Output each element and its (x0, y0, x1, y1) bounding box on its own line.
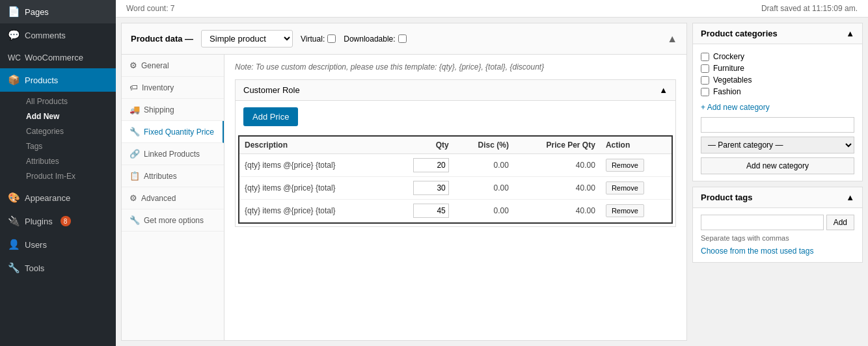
nav-general-label: General (141, 61, 169, 70)
customer-role-collapse[interactable]: ▲ (659, 85, 668, 95)
new-category-input[interactable] (701, 117, 854, 133)
remove-button[interactable]: Remove (606, 204, 644, 217)
tags-collapse[interactable]: ▲ (846, 193, 854, 202)
sidebar-item-label: Users (25, 240, 47, 250)
table-row: {qty} items @{price} {total} 0.00 40.00 … (239, 154, 671, 177)
table-row: {qty} items @{price} {total} 0.00 40.00 … (239, 200, 671, 222)
add-category-button[interactable]: Add new category (701, 157, 854, 174)
submenu-attributes[interactable]: Attributes (21, 154, 116, 168)
remove-button[interactable]: Remove (606, 159, 644, 172)
sidebar-item-label: Pages (25, 7, 49, 17)
sidebar-item-comments[interactable]: 💬 Comments (0, 23, 116, 47)
submenu-add-new[interactable]: Add New (21, 109, 116, 124)
tags-input[interactable] (701, 215, 824, 230)
main-area: Word count: 7 Draft saved at 11:15:09 am… (116, 0, 868, 346)
nav-shipping-label: Shipping (144, 105, 174, 114)
submenu-product-im-ex[interactable]: Product Im-Ex (21, 169, 116, 183)
shipping-icon: 🚚 (129, 105, 140, 114)
sidebar-item-users[interactable]: 👤 Users (0, 233, 116, 256)
categories-collapse[interactable]: ▲ (846, 29, 854, 38)
nav-inventory[interactable]: 🏷 Inventory (122, 77, 224, 99)
product-content: Note: To use custom description, please … (224, 55, 686, 340)
product-type-select[interactable]: Simple product (201, 30, 293, 47)
template-note: Note: To use custom description, please … (235, 62, 676, 72)
category-list: CrockeryFurnitureVegetablesFashion (701, 51, 854, 98)
sidebar-item-products[interactable]: 📦 Products (0, 68, 116, 92)
col-disc: Disc (%) (454, 137, 514, 154)
sidebar-item-woocommerce[interactable]: WC WooCommerce (0, 47, 116, 68)
row-description: {qty} items @{price} {total} (239, 200, 387, 222)
appearance-icon: 🎨 (8, 192, 20, 204)
col-price-per-qty: Price Per Qty (514, 137, 601, 154)
tags-input-row: Add (701, 215, 854, 230)
row-disc: 0.00 (454, 154, 514, 177)
row-action: Remove (601, 177, 671, 200)
nav-advanced-label: Advanced (141, 194, 176, 203)
categories-widget-body: CrockeryFurnitureVegetablesFashion + Add… (693, 44, 862, 181)
tags-add-button[interactable]: Add (826, 215, 854, 230)
sidebar-item-tools[interactable]: 🔧 Tools (0, 256, 116, 280)
sidebar-item-label: WooCommerce (25, 53, 83, 62)
nav-general[interactable]: ⚙ General (122, 55, 224, 77)
advanced-icon: ⚙ (129, 193, 137, 203)
add-price-button[interactable]: Add Price (243, 107, 298, 126)
nav-attributes-label: Attributes (144, 172, 177, 181)
list-item: Crockery (701, 51, 854, 62)
word-count: Word count: 7 (126, 4, 174, 13)
tags-hint: Separate tags with commas (701, 234, 854, 242)
sidebar-item-label: Appearance (25, 193, 70, 203)
remove-button[interactable]: Remove (606, 181, 644, 194)
nav-fixed-qty-price[interactable]: 🔧 Fixed Quantity Price (122, 121, 224, 143)
price-table-wrapper: Description Qty Disc (%) Price Per Qty A… (238, 135, 673, 224)
categories-widget-header: Product categories ▲ (693, 23, 862, 44)
get-more-icon: 🔧 (129, 215, 140, 225)
topbar: Word count: 7 Draft saved at 11:15:09 am… (116, 0, 868, 18)
row-action: Remove (601, 200, 671, 222)
row-action: Remove (601, 154, 671, 177)
row-qty[interactable] (387, 177, 454, 200)
category-checkbox[interactable] (701, 88, 709, 96)
category-checkbox[interactable] (701, 64, 709, 73)
linked-icon: 🔗 (129, 149, 140, 159)
fixed-qty-icon: 🔧 (129, 127, 140, 137)
category-label: Furniture (713, 64, 744, 73)
tags-widget: Product tags ▲ Add Separate tags with co… (692, 187, 863, 263)
nav-advanced[interactable]: ⚙ Advanced (122, 187, 224, 209)
plugins-icon: 🔌 (8, 215, 20, 227)
product-data-body: ⚙ General 🏷 Inventory 🚚 Shipping 🔧 Fixed… (122, 55, 686, 340)
list-item: Vegetables (701, 74, 854, 86)
nav-get-more-options[interactable]: 🔧 Get more options (122, 209, 224, 232)
row-disc: 0.00 (454, 200, 514, 222)
sidebar-item-appearance[interactable]: 🎨 Appearance (0, 186, 116, 209)
submenu-tags[interactable]: Tags (21, 139, 116, 153)
choose-tags-link[interactable]: Choose from the most used tags (701, 246, 813, 256)
list-item: Fashion (701, 86, 854, 98)
downloadable-checkbox[interactable] (398, 34, 407, 43)
nav-linked-products[interactable]: 🔗 Linked Products (122, 143, 224, 165)
category-label: Vegetables (713, 75, 752, 85)
submenu-all-products[interactable]: All Products (21, 94, 116, 109)
row-description: {qty} items @{price} {total} (239, 177, 387, 200)
parent-category-select[interactable]: — Parent category — (701, 137, 854, 153)
virtual-checkbox[interactable] (327, 34, 336, 43)
customer-role-block: Customer Role ▲ Add Price Description Qt… (235, 79, 676, 227)
sidebar-item-label: Tools (25, 263, 44, 273)
pages-icon: 📄 (8, 6, 20, 18)
nav-attributes[interactable]: 📋 Attributes (122, 165, 224, 187)
nav-shipping[interactable]: 🚚 Shipping (122, 99, 224, 121)
category-checkbox[interactable] (701, 76, 709, 85)
tags-widget-body: Add Separate tags with commas Choose fro… (693, 208, 862, 262)
category-checkbox[interactable] (701, 53, 709, 61)
nav-fixed-qty-label: Fixed Quantity Price (144, 127, 214, 137)
sidebar-item-plugins[interactable]: 🔌 Plugins 8 (0, 209, 116, 233)
row-qty[interactable] (387, 200, 454, 222)
nav-linked-label: Linked Products (144, 150, 200, 159)
downloadable-label: Downloadable: (344, 34, 395, 44)
tags-title: Product tags (701, 193, 752, 202)
add-new-category-link[interactable]: + Add new category (701, 103, 854, 112)
submenu-categories[interactable]: Categories (21, 124, 116, 139)
collapse-button[interactable]: ▲ (667, 33, 677, 45)
row-qty[interactable] (387, 154, 454, 177)
sidebar-item-pages[interactable]: 📄 Pages (0, 0, 116, 23)
product-data-header: Product data — Simple product Virtual: D… (122, 23, 686, 55)
